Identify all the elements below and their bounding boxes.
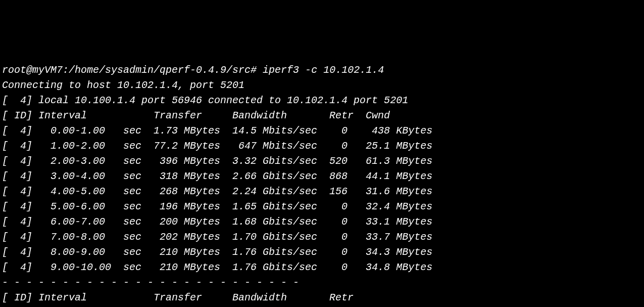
summary-header: [ ID] Interval Transfer Bandwidth Retr [2,292,354,303]
data-row: [ 4] 1.00-2.00 sec 77.2 MBytes 647 Mbits… [2,140,432,152]
table-header: [ ID] Interval Transfer Bandwidth Retr C… [2,110,390,121]
data-row: [ 4] 8.00-9.00 sec 210 MBytes 1.76 Gbits… [2,246,432,258]
separator-line: - - - - - - - - - - - - - - - - - - - - … [2,277,299,288]
data-row: [ 4] 2.00-3.00 sec 396 MBytes 3.32 Gbits… [2,155,432,167]
terminal-output: root@myVM7:/home/sysadmin/qperf-0.4.9/sr… [2,63,642,307]
local-line: [ 4] local 10.100.1.4 port 56946 connect… [2,95,408,106]
shell-prompt: root@myVM7:/home/sysadmin/qperf-0.4.9/sr… [2,64,257,76]
command-text: iperf3 -c 10.102.1.4 [263,64,384,76]
data-row: [ 4] 3.00-4.00 sec 318 MBytes 2.66 Gbits… [2,170,432,182]
connecting-line: Connecting to host 10.102.1.4, port 5201 [2,79,244,91]
data-row: [ 4] 9.00-10.00 sec 210 MBytes 1.76 Gbit… [2,261,432,273]
data-row: [ 4] 6.00-7.00 sec 200 MBytes 1.68 Gbits… [2,216,432,228]
data-row: [ 4] 4.00-5.00 sec 268 MBytes 2.24 Gbits… [2,186,432,197]
data-row: [ 4] 7.00-8.00 sec 202 MBytes 1.70 Gbits… [2,231,432,243]
data-row: [ 4] 0.00-1.00 sec 1.73 MBytes 14.5 Mbit… [2,125,432,137]
data-row: [ 4] 5.00-6.00 sec 196 MBytes 1.65 Gbits… [2,201,432,212]
